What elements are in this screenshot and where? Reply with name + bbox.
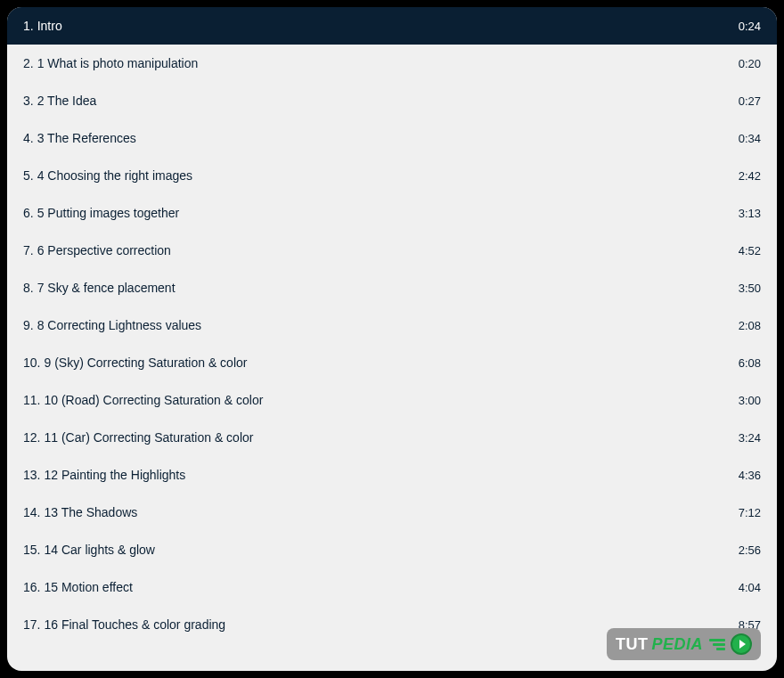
lesson-title: 14 Car lights & glow [44, 543, 155, 557]
lesson-title: 13 The Shadows [44, 505, 137, 519]
lesson-title: 11 (Car) Correcting Saturation & color [44, 430, 253, 445]
lesson-number: 7. [23, 243, 34, 257]
lesson-item-left: 10.9 (Sky) Correcting Saturation & color [23, 355, 247, 370]
lesson-number: 6. [23, 206, 34, 220]
lesson-item[interactable]: 7.6 Perspective correction4:52 [7, 232, 777, 269]
lesson-number: 17. [23, 617, 40, 632]
lesson-item-left: 7.6 Perspective correction [23, 243, 171, 257]
lesson-number: 1. [23, 19, 34, 33]
lesson-title: 15 Motion effect [44, 580, 132, 594]
lesson-list-container: 1.Intro0:242.1 What is photo manipulatio… [7, 7, 777, 671]
lesson-title: 8 Correcting Lightness values [37, 318, 201, 332]
lesson-item-left: 1.Intro [23, 19, 62, 33]
lesson-duration: 6:08 [739, 356, 761, 370]
lesson-title: 1 What is photo manipulation [37, 56, 199, 70]
lesson-item-left: 14.13 The Shadows [23, 505, 137, 519]
lesson-title: 12 Painting the Highlights [44, 468, 185, 482]
lesson-duration: 0:20 [739, 57, 761, 70]
lesson-item[interactable]: 11.10 (Road) Correcting Saturation & col… [7, 381, 777, 419]
lesson-item[interactable]: 16.15 Motion effect4:04 [7, 568, 777, 606]
lesson-item[interactable]: 15.14 Car lights & glow2:56 [7, 531, 777, 568]
lesson-item-left: 8.7 Sky & fence placement [23, 281, 176, 295]
watermark-speed-lines-icon [709, 639, 725, 650]
lesson-duration: 2:08 [739, 319, 761, 332]
lesson-duration: 3:24 [739, 431, 761, 445]
lesson-title: 7 Sky & fence placement [37, 281, 176, 295]
lesson-item-left: 13.12 Painting the Highlights [23, 468, 185, 482]
lesson-item-left: 11.10 (Road) Correcting Saturation & col… [23, 393, 263, 407]
lesson-title: 3 The References [37, 131, 136, 145]
lesson-item[interactable]: 8.7 Sky & fence placement3:50 [7, 269, 777, 306]
lesson-number: 10. [23, 355, 40, 370]
watermark-badge: TUT PEDIA [607, 628, 761, 660]
lesson-title: 16 Final Touches & color grading [44, 617, 225, 632]
lesson-title: 9 (Sky) Correcting Saturation & color [44, 355, 247, 370]
lesson-title: 4 Choosing the right images [37, 168, 192, 183]
lesson-item-left: 16.15 Motion effect [23, 580, 133, 594]
lesson-duration: 2:42 [739, 169, 761, 183]
lesson-item[interactable]: 4.3 The References0:34 [7, 119, 777, 157]
watermark-text-2: PEDIA [651, 635, 703, 654]
lesson-number: 13. [23, 468, 40, 482]
lesson-item[interactable]: 3.2 The Idea0:27 [7, 82, 777, 119]
lesson-number: 14. [23, 505, 40, 519]
lesson-item-left: 6.5 Putting images together [23, 206, 179, 220]
lesson-title: 6 Perspective correction [37, 243, 171, 257]
lesson-number: 15. [23, 543, 40, 557]
lesson-item[interactable]: 9.8 Correcting Lightness values2:08 [7, 306, 777, 344]
lesson-item-left: 2.1 What is photo manipulation [23, 56, 198, 70]
lesson-duration: 4:52 [739, 244, 761, 257]
lesson-duration: 4:36 [739, 469, 761, 482]
lesson-number: 11. [23, 393, 40, 407]
lesson-item[interactable]: 6.5 Putting images together3:13 [7, 194, 777, 232]
lesson-item-left: 17.16 Final Touches & color grading [23, 617, 225, 632]
lesson-item[interactable]: 1.Intro0:24 [7, 7, 777, 45]
lesson-item-left: 5.4 Choosing the right images [23, 168, 192, 183]
lesson-title: 5 Putting images together [37, 206, 180, 220]
lesson-item-left: 12.11 (Car) Correcting Saturation & colo… [23, 430, 253, 445]
lesson-duration: 0:24 [739, 20, 761, 33]
lesson-duration: 3:00 [739, 394, 761, 407]
lesson-number: 2. [23, 56, 34, 70]
lesson-duration: 3:13 [739, 207, 761, 220]
lesson-title: Intro [37, 19, 62, 33]
lesson-number: 8. [23, 281, 34, 295]
lesson-number: 3. [23, 94, 34, 108]
lesson-number: 12. [23, 430, 40, 445]
lesson-duration: 7:12 [739, 506, 761, 519]
watermark-text-1: TUT [616, 635, 649, 654]
lesson-duration: 0:34 [739, 132, 761, 145]
lesson-item[interactable]: 10.9 (Sky) Correcting Saturation & color… [7, 344, 777, 381]
lesson-title: 10 (Road) Correcting Saturation & color [44, 393, 263, 407]
lesson-duration: 3:50 [739, 282, 761, 295]
lesson-item-left: 4.3 The References [23, 131, 136, 145]
lesson-item[interactable]: 5.4 Choosing the right images2:42 [7, 157, 777, 194]
lesson-number: 4. [23, 131, 34, 145]
lesson-number: 9. [23, 318, 34, 332]
lesson-item-left: 9.8 Correcting Lightness values [23, 318, 201, 332]
lesson-title: 2 The Idea [37, 94, 97, 108]
lesson-duration: 4:04 [739, 581, 761, 594]
lesson-number: 16. [23, 580, 40, 594]
lesson-item[interactable]: 12.11 (Car) Correcting Saturation & colo… [7, 419, 777, 456]
lesson-item[interactable]: 2.1 What is photo manipulation0:20 [7, 45, 777, 82]
lesson-item[interactable]: 13.12 Painting the Highlights4:36 [7, 456, 777, 494]
lesson-item-left: 15.14 Car lights & glow [23, 543, 155, 557]
watermark-play-icon [731, 633, 752, 655]
lesson-duration: 2:56 [739, 543, 761, 557]
lesson-duration: 0:27 [739, 94, 761, 108]
lesson-item[interactable]: 14.13 The Shadows7:12 [7, 494, 777, 531]
lesson-number: 5. [23, 168, 34, 183]
lesson-item-left: 3.2 The Idea [23, 94, 96, 108]
